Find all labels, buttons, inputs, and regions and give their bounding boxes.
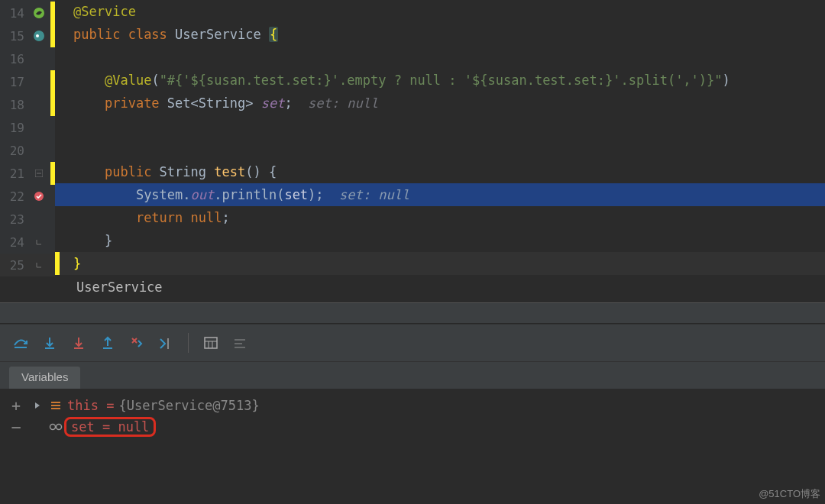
watermark: @51CTO博客 (759, 487, 820, 501)
breakpoint-icon[interactable] (28, 191, 50, 202)
expand-arrow-icon[interactable] (31, 402, 44, 409)
trace-icon[interactable] (227, 330, 253, 356)
step-into-icon[interactable] (37, 330, 63, 356)
current-execution-line: System.out.println(set); set: null (55, 183, 825, 206)
variable-text: set = null (71, 419, 149, 435)
add-watch-icon[interactable]: + (6, 396, 26, 415)
force-step-into-icon[interactable] (66, 330, 92, 356)
variable-value: {UserService@7513} (118, 398, 259, 413)
code-area[interactable]: @Service public class UserService { @Val… (55, 0, 825, 275)
line-number: 21 (0, 166, 28, 181)
line-number: 17 (0, 75, 28, 89)
line-number: 19 (0, 121, 28, 135)
spring-leaf-icon (28, 7, 50, 19)
line-number: 20 (0, 144, 28, 158)
drop-frame-icon[interactable] (124, 330, 150, 356)
line-number: 23 (0, 212, 28, 227)
remove-watch-icon[interactable]: − (6, 418, 26, 437)
variable-row-this[interactable]: + this = {UserService@7513} (0, 395, 825, 416)
line-number: 24 (0, 235, 28, 250)
line-number: 18 (0, 98, 28, 112)
debug-toolbar (0, 324, 825, 362)
inline-hint: set: null (293, 95, 379, 111)
variable-name: this = (67, 398, 114, 413)
tab-variables[interactable]: Variables (9, 367, 80, 389)
evaluate-expression-icon[interactable] (198, 330, 224, 356)
step-out-icon[interactable] (95, 330, 121, 356)
highlighted-variable: set = null (64, 417, 156, 437)
line-number: 22 (0, 189, 28, 204)
svg-point-26 (50, 425, 56, 430)
run-to-cursor-icon[interactable] (153, 330, 179, 356)
line-number: 15 (0, 29, 28, 44)
variables-panel: + this = {UserService@7513} − set = null (0, 389, 825, 438)
annotation: @Service (73, 4, 136, 19)
line-number: 16 (0, 52, 28, 66)
svg-point-2 (36, 34, 39, 37)
fold-end-icon[interactable] (28, 238, 50, 246)
step-over-icon[interactable] (8, 330, 34, 356)
svg-rect-16 (205, 338, 217, 348)
inline-hint: set: null (324, 187, 410, 202)
variable-row-set[interactable]: − set = null (0, 416, 825, 438)
line-number: 25 (0, 258, 28, 273)
svg-point-27 (57, 425, 62, 430)
fold-minus-icon[interactable] (28, 170, 50, 177)
line-number: 14 (0, 6, 28, 21)
glasses-icon (49, 423, 63, 431)
variables-tabbar: Variables (0, 362, 825, 389)
breadcrumb[interactable]: UserService (0, 275, 825, 302)
gutter: 14 15 16 17 18 19 20 21 22 23 24 25 (0, 0, 55, 275)
fold-end-icon[interactable] (28, 261, 50, 269)
bean-icon (28, 30, 50, 42)
object-icon (49, 401, 63, 410)
code-editor[interactable]: 14 15 16 17 18 19 20 21 22 23 24 25 @Ser… (0, 0, 825, 275)
